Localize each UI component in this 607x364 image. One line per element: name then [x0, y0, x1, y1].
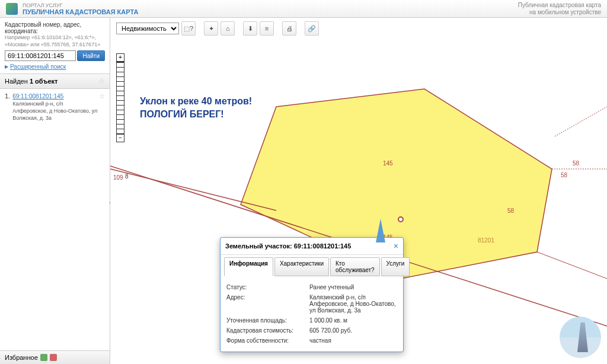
app-header: ПОРТАЛ УСЛУГ ПУБЛИЧНАЯ КАДАСТРОВАЯ КАРТА… — [0, 0, 607, 18]
layers-tool[interactable]: ≡ — [260, 21, 274, 36]
sidebar: Кадастровый номер, адрес, координата: На… — [0, 18, 110, 364]
parcel-label: 58 — [573, 160, 579, 167]
category-select[interactable]: Недвижимость — [116, 23, 179, 34]
locate-tool[interactable]: ✦ — [204, 21, 218, 36]
popup-title: Земельный участок: 69:11:0081201:145 — [225, 242, 351, 250]
favorites-remove-icon[interactable] — [50, 354, 57, 361]
svg-line-5 — [555, 107, 607, 136]
favorites-bar[interactable]: Избранное — [0, 350, 110, 364]
corner-image — [560, 317, 601, 358]
zoom-control[interactable]: + − — [116, 53, 124, 142]
parcel-label: 58 — [507, 207, 514, 214]
identify-tool[interactable]: ⬚? — [181, 21, 196, 36]
download-tool[interactable]: ⬇ — [243, 21, 257, 36]
header-subtitle: ПОРТАЛ УСЛУГ — [23, 2, 138, 8]
extent-tool[interactable]: ⌂ — [221, 21, 235, 36]
favorites-add-icon[interactable] — [40, 354, 47, 361]
logo-icon — [6, 3, 18, 15]
star-icon[interactable]: ☆ — [98, 77, 105, 85]
search-button[interactable]: Найти — [77, 50, 105, 61]
parcel-label: 109 — [113, 174, 123, 181]
parcel-label: 58 — [561, 172, 567, 178]
zoom-out-button[interactable]: − — [116, 134, 124, 142]
search-hint: Например «61:6:10104:12», «61:6:*», «Мос… — [5, 34, 105, 48]
result-desc: Калязинский р-н, с/п Алферовское, д Ново… — [12, 101, 99, 122]
star-icon[interactable]: ☆ — [99, 92, 105, 122]
zoom-slider[interactable] — [116, 62, 124, 133]
header-title: ПУБЛИЧНАЯ КАДАСТРОВАЯ КАРТА — [23, 8, 138, 15]
list-item[interactable]: 1. 69:11:0081201:145 Калязинский р-н, с/… — [0, 89, 110, 125]
mobile-link[interactable]: Публичная кадастровая карта на мобильном… — [518, 2, 601, 16]
toolbar: Недвижимость ⬚? ✦ ⌂ ⬇ ≡ 🖨 🔗 — [116, 21, 601, 36]
close-icon[interactable]: × — [394, 241, 398, 251]
map-canvas[interactable]: Недвижимость ⬚? ✦ ⌂ ⬇ ≡ 🖨 🔗 + − — [110, 18, 607, 364]
tab-info[interactable]: Информация — [224, 257, 273, 276]
block-label: 81201 — [478, 237, 494, 244]
svg-line-4 — [537, 252, 607, 279]
tab-characteristics[interactable]: Характеристики — [274, 257, 329, 276]
result-link[interactable]: 69:11:0081201:145 — [12, 93, 63, 100]
expand-icon: ▶ — [5, 64, 8, 69]
print-tool[interactable]: 🖨 — [282, 21, 296, 36]
zoom-in-button[interactable]: + — [116, 53, 124, 62]
search-label: Кадастровый номер, адрес, координата: — [5, 21, 105, 34]
svg-point-6 — [398, 217, 403, 222]
results-header: Найден 1 объект ☆ — [0, 74, 110, 89]
tab-services[interactable]: Услуги — [381, 257, 410, 276]
tab-service[interactable]: Кто обслуживает? — [330, 257, 380, 276]
parcel-label: 8 — [125, 173, 129, 180]
link-tool[interactable]: 🔗 — [305, 21, 319, 36]
search-input[interactable] — [5, 50, 76, 61]
info-popup: Земельный участок: 69:11:0081201:145 × И… — [220, 237, 404, 352]
advanced-search-link[interactable]: Расширенный поиск — [10, 63, 66, 70]
map-annotation: Уклон к реке 40 метров! ПОЛОГИЙ БЕРЕГ! — [140, 95, 252, 122]
parcel-label: 145 — [383, 160, 393, 167]
